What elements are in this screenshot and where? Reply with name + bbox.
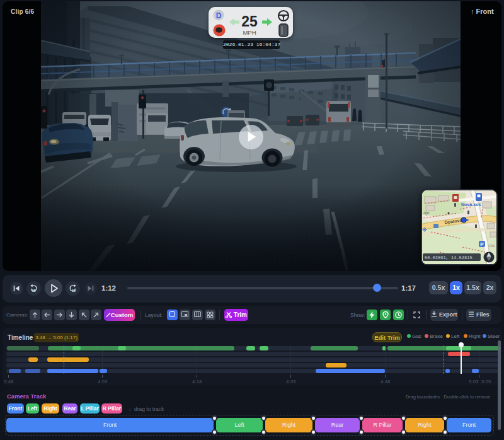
svg-text:15: 15 (72, 289, 76, 292)
svg-text:Nová-koš: Nová-koš (461, 202, 481, 207)
svg-text:áje: áje (423, 210, 430, 216)
svg-text:D: D (216, 11, 222, 20)
svg-text:736/: 736/ (488, 244, 495, 248)
svg-text:P: P (480, 241, 484, 247)
svg-text:MPH: MPH (243, 29, 256, 36)
svg-text:50.03061, 14.52815: 50.03061, 14.52815 (425, 255, 472, 260)
svg-text:15: 15 (32, 289, 35, 292)
svg-text:25: 25 (241, 13, 258, 30)
